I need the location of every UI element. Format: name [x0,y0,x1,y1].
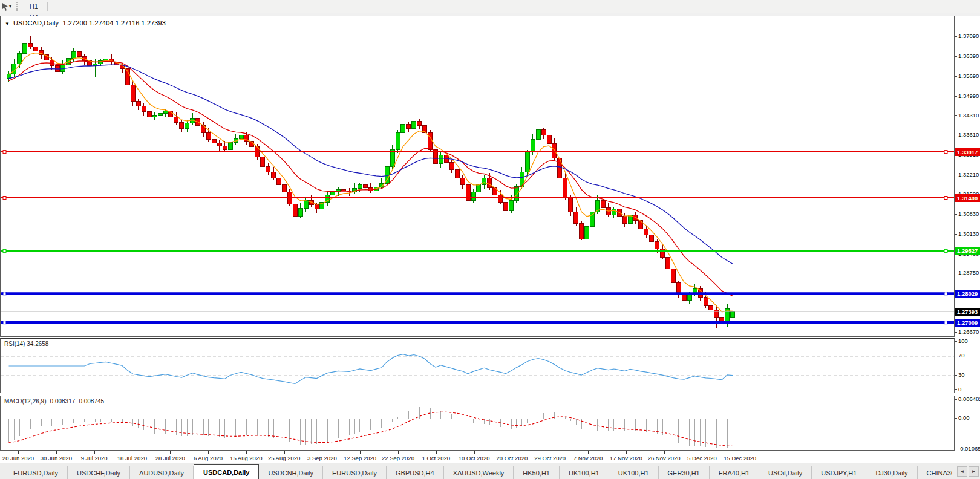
macd-axis-label: 0.006482 [955,396,980,403]
level-line-1.33017[interactable] [1,151,954,154]
date-tick [94,451,95,454]
chart-tab-XAUUSD-Weekly[interactable]: XAUUSD,Weekly [444,466,514,479]
chart-tab-USDCNH-Daily[interactable]: USDCNH,Daily [259,466,323,479]
price-chart-pane[interactable]: ▼USDCAD,Daily 1.27200 1.27404 1.27116 1.… [0,16,955,337]
level-price-badge: 1.33017 [955,148,980,156]
price-axis-label: 1.36390 [955,53,980,60]
chart-tabs-bar: EURUSD,DailyUSDCHF,DailyAUDUSD,DailyUSDC… [0,463,980,479]
date-tick [322,451,322,454]
level-price-badge: 1.31400 [955,194,980,202]
date-tick [550,451,550,454]
tab-scroll-right-icon[interactable]: ► [969,466,979,477]
macd-axis-label: 0.00 [955,414,980,422]
chart-tab-GBPUSD-H4[interactable]: GBPUSD,H4 [387,466,444,479]
date-axis[interactable]: 20 Jun 202030 Jun 20209 Jul 202018 Jul 2… [0,451,980,463]
date-axis-line [0,451,980,451]
chart-title-caret-icon[interactable]: ▼ [5,21,10,27]
price-axis-label: 1.37090 [955,33,980,40]
chart-title: ▼USDCAD,Daily 1.27200 1.27404 1.27116 1.… [5,19,166,27]
toolbar-separator [47,2,48,11]
ma-slow-line[interactable] [9,65,733,264]
current-price-badge: 1.27393 [955,308,980,316]
date-axis-label: 15 Dec 2020 [717,455,763,461]
chart-ohlc-values: 1.27200 1.27404 1.27116 1.27393 [63,19,166,27]
rsi-indicator-pane[interactable]: RSI(14) 34.2658 [0,338,955,393]
tab-scroll-buttons: ◄ ► [957,466,979,477]
chart-tabs: EURUSD,DailyUSDCHF,DailyAUDUSD,DailyUSDC… [0,463,952,479]
date-tick [360,451,361,454]
date-tick [626,451,627,454]
date-tick [132,451,132,454]
cursor-tool-icon[interactable] [1,2,8,11]
chart-tab-CHINA300-H1[interactable]: CHINA300,H1 [918,466,952,479]
cursor-tool-caret-icon[interactable]: ▾ [9,4,11,9]
rsi-axis-label: 30 [955,371,980,379]
level-line-1.31400[interactable] [1,197,954,200]
date-tick [18,451,19,454]
level-line-1.29527[interactable] [1,249,954,252]
level-price-badge: 1.27009 [955,319,980,327]
chart-tab-USDCAD-Daily[interactable]: USDCAD,Daily [194,464,259,479]
level-line-1.28029[interactable] [1,292,954,295]
chart-tab-USDJPY-H1[interactable]: USDJPY,H1 [812,466,866,479]
chart-tab-USOil-Daily[interactable]: USOil,Daily [759,466,812,479]
candles [7,34,735,332]
chart-tab-AUDUSD-Daily[interactable]: AUDUSD,Daily [130,466,194,479]
rsi-axis-label: 100 [955,337,980,345]
price-axis-label: 1.33610 [955,131,980,138]
date-tick [56,451,57,454]
rsi-line [9,354,733,384]
timeframe-button-H1[interactable]: H1 [24,1,44,12]
level-price-badge: 1.28029 [955,290,980,298]
chart-tab-FRA40-H1[interactable]: FRA40,H1 [710,466,759,479]
ma-fast-line[interactable] [9,53,733,312]
price-axis-label: 1.28750 [955,269,980,276]
chart-tab-USDCHF-Daily[interactable]: USDCHF,Daily [68,466,130,479]
chart-tab-GER30-H1[interactable]: GER30,H1 [659,466,710,479]
date-tick [512,451,512,454]
ma-medium-line[interactable] [9,61,733,296]
date-tick [208,451,209,454]
chart-tab-EURUSD-Daily[interactable]: EURUSD,Daily [4,466,68,479]
date-tick [170,451,171,454]
date-tick [474,451,475,454]
level-line-1.27009[interactable] [1,321,954,324]
price-axis-label: 1.30130 [955,230,980,238]
date-tick [398,451,399,454]
macd-indicator-pane[interactable]: MACD(12,26,9) -0.008317 -0.008745 [0,396,955,451]
date-tick [664,451,665,454]
macd-histogram [9,406,733,449]
chart-tab-UK100-H1[interactable]: UK100,H1 [609,466,659,479]
price-axis-label: 1.34310 [955,112,980,119]
date-tick [436,451,437,454]
level-price-badge: 1.29527 [955,247,980,255]
date-tick [740,451,740,454]
chart-tab-EURUSD-Daily[interactable]: EURUSD,Daily [323,466,387,479]
toolbar-grip[interactable] [16,2,19,11]
date-tick [588,451,589,454]
price-axis-label: 1.32210 [955,171,980,178]
rsi-plot[interactable] [1,339,954,393]
candlestick-chart[interactable] [1,16,954,336]
price-axis-label: 1.34990 [955,93,980,100]
date-tick [246,451,247,454]
price-axis-label: 1.30830 [955,210,980,218]
chart-symbol-period: USDCAD,Daily [13,19,59,27]
rsi-axis-label: 70 [955,352,980,359]
trading-platform-window: ▾ M1M5M15M30H1H4D1W1MN ▼USDCAD,Daily 1.2… [0,0,980,479]
chart-tab-HK50-H1[interactable]: HK50,H1 [514,466,560,479]
chart-window: ▼USDCAD,Daily 1.27200 1.27404 1.27116 1.… [0,16,980,463]
price-axis-label: 1.26670 [955,328,980,336]
macd-label: MACD(12,26,9) -0.008317 -0.008745 [4,398,104,405]
rsi-axis-label: 0 [955,386,980,393]
rsi-label: RSI(14) 34.2658 [4,341,48,347]
tab-scroll-left-icon[interactable]: ◄ [957,466,967,477]
chart-tab-DJ30-Daily[interactable]: DJ30,Daily [866,466,917,479]
date-tick [284,451,285,454]
price-axis-label: 1.35690 [955,73,980,80]
chart-tab-UK100-H1[interactable]: UK100,H1 [560,466,609,479]
timeframe-toolbar: ▾ M1M5M15M30H1H4D1W1MN [0,0,980,13]
macd-plot[interactable] [1,396,954,450]
date-tick [702,451,702,454]
